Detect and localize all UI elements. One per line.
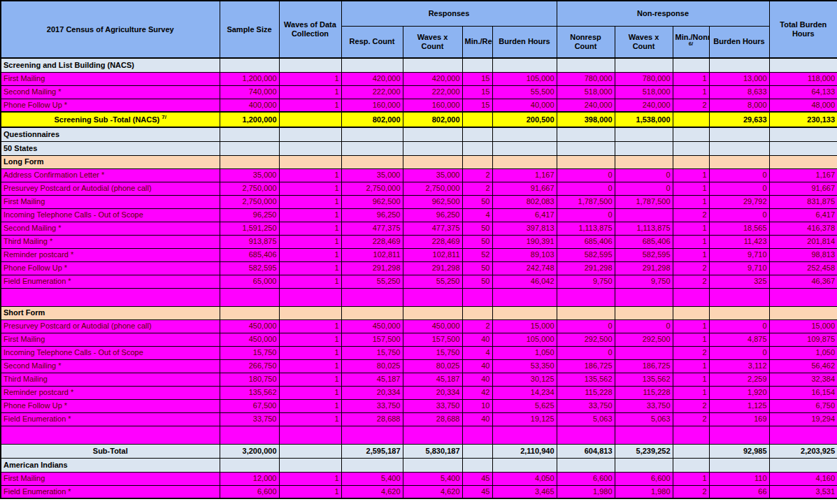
cell-nonresp-burden-hours: [709, 306, 769, 319]
cell-nonresp-count: 291,298: [557, 261, 615, 275]
cell-waves-of-data-collection: [279, 426, 341, 444]
cell-nonresp-count: 0: [557, 319, 615, 333]
row-label: First Mailing: [1, 333, 220, 346]
cell-total-burden-hours: 831,875: [769, 195, 837, 208]
cell-sample-size: 450,000: [220, 319, 279, 333]
cell-waves-of-data-collection: [279, 306, 341, 319]
cell-resp-burden-hours: 1,167: [492, 168, 557, 182]
cell-nonresp-burden-hours: [709, 58, 769, 72]
cell-sample-size: 6,600: [220, 485, 279, 498]
cell-nonresp-waves-x-count: 1,113,875: [615, 222, 673, 235]
cell-sample-size: 400,000: [220, 99, 279, 112]
cell-sample-size: [220, 155, 279, 168]
cell-min-per-nonresp: [673, 306, 709, 319]
cell-total-burden-hours: 6,750: [769, 399, 837, 412]
cell-resp-burden-hours: 30,125: [492, 373, 557, 386]
cell-nonresp-burden-hours: 1,125: [709, 399, 769, 412]
cell-total-burden-hours: [769, 458, 837, 472]
cell-nonresp-burden-hours: 8,000: [709, 99, 769, 112]
cell-min-per-nonresp: [673, 444, 709, 458]
cell-resp-count: 4,620: [341, 485, 403, 498]
row-label: Address Confirmation Letter *: [1, 168, 220, 182]
section-row: 50 States: [1, 141, 837, 155]
yellow-row: Screening Sub -Total (NACS) 7/1,200,0008…: [1, 112, 837, 127]
cell-resp-waves-x-count: [403, 141, 462, 155]
cell-resp-count: 477,375: [341, 222, 403, 235]
cell-resp-count: 160,000: [341, 99, 403, 112]
cell-nonresp-burden-hours: 8,633: [709, 85, 769, 99]
cell-resp-burden-hours: 105,000: [492, 72, 557, 85]
cell-nonresp-count: 186,725: [557, 359, 615, 373]
cell-total-burden-hours: 98,813: [769, 248, 837, 261]
cell-nonresp-count: 1,787,500: [557, 195, 615, 208]
cell-resp-count: 291,298: [341, 261, 403, 275]
cell-nonresp-waves-x-count: 135,562: [615, 373, 673, 386]
cell-resp-burden-hours: 6,417: [492, 208, 557, 222]
table-row: Phone Follow Up *67,500133,75033,750105,…: [1, 399, 837, 412]
cell-nonresp-burden-hours: [709, 288, 769, 306]
cell-waves-of-data-collection: [279, 444, 341, 458]
row-label: First Mailing: [1, 195, 220, 208]
cell-resp-count: 80,025: [341, 359, 403, 373]
cell-resp-burden-hours: 15,000: [492, 319, 557, 333]
row-label: Sub-Total: [1, 444, 220, 458]
cell-total-burden-hours: 3,531: [769, 485, 837, 498]
cell-total-burden-hours: 201,814: [769, 235, 837, 248]
cell-nonresp-waves-x-count: 1,538,000: [615, 112, 673, 127]
cell-nonresp-waves-x-count: 186,725: [615, 359, 673, 373]
cell-nonresp-count: 1,980: [557, 485, 615, 498]
cell-min-per-nonresp: [673, 458, 709, 472]
cell-nonresp-count: 6,600: [557, 472, 615, 485]
cell-sample-size: 1,200,000: [220, 72, 279, 85]
cell-resp-count: 28,688: [341, 412, 403, 426]
cell-min-per-nonresp: 2: [673, 208, 709, 222]
cell-nonresp-burden-hours: 29,792: [709, 195, 769, 208]
cell-waves-of-data-collection: 1: [279, 346, 341, 359]
burden-hours-table: 2017 Census of Agriculture Survey Sample…: [0, 0, 837, 499]
cell-resp-burden-hours: [492, 58, 557, 72]
cell-resp-count: 802,000: [341, 112, 403, 127]
row-label: Second Mailing *: [1, 359, 220, 373]
cell-nonresp-waves-x-count: 582,595: [615, 248, 673, 261]
cell-nonresp-burden-hours: 2,259: [709, 373, 769, 386]
cell-nonresp-count: 135,562: [557, 373, 615, 386]
cell-waves-of-data-collection: 1: [279, 399, 341, 412]
cell-nonresp-burden-hours: 9,710: [709, 261, 769, 275]
cell-nonresp-burden-hours: [709, 458, 769, 472]
cell-nonresp-count: [557, 426, 615, 444]
row-label: Third Mailing: [1, 373, 220, 386]
cell-waves-of-data-collection: 1: [279, 72, 341, 85]
cell-resp-waves-x-count: [403, 127, 462, 141]
cell-resp-count: 102,811: [341, 248, 403, 261]
cell-sample-size: 3,200,000: [220, 444, 279, 458]
cell-min-per-resp: 40: [462, 333, 492, 346]
cell-resp-waves-x-count: 55,250: [403, 275, 462, 288]
cell-resp-burden-hours: 105,000: [492, 333, 557, 346]
cell-resp-burden-hours: 46,042: [492, 275, 557, 288]
cell-resp-burden-hours: 91,667: [492, 182, 557, 195]
cell-nonresp-waves-x-count: [615, 208, 673, 222]
cell-min-per-resp: 42: [462, 386, 492, 399]
cell-resp-waves-x-count: 45,187: [403, 373, 462, 386]
cell-min-per-nonresp: [673, 155, 709, 168]
cell-min-per-resp: 50: [462, 275, 492, 288]
peach-row: Long Form: [1, 155, 837, 168]
footnote-6-marker: 6/: [689, 41, 694, 47]
cell-resp-count: [341, 288, 403, 306]
row-label: 50 States: [1, 141, 220, 155]
row-label: Questionnaires: [1, 127, 220, 141]
cell-resp-count: 55,250: [341, 275, 403, 288]
cell-nonresp-count: 1,113,875: [557, 222, 615, 235]
cell-total-burden-hours: 32,384: [769, 373, 837, 386]
cell-total-burden-hours: 252,458: [769, 261, 837, 275]
cell-nonresp-burden-hours: 18,565: [709, 222, 769, 235]
cell-nonresp-waves-x-count: [615, 155, 673, 168]
cell-total-burden-hours: 56,462: [769, 359, 837, 373]
cell-min-per-resp: 2: [462, 182, 492, 195]
row-label: Incoming Telephone Calls - Out of Scope: [1, 208, 220, 222]
header-resp-burden-hours: Burden Hours: [492, 26, 557, 58]
cell-sample-size: 2,750,000: [220, 195, 279, 208]
cell-sample-size: 740,000: [220, 85, 279, 99]
row-label: First Mailing: [1, 472, 220, 485]
cell-waves-of-data-collection: 1: [279, 235, 341, 248]
